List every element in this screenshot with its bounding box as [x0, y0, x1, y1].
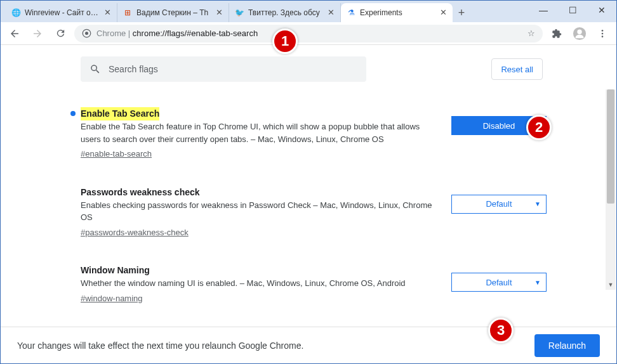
titlebar: 🌐 Winreview - Сайт о W ✕ ⊞ Вадим Стеркин… — [1, 1, 616, 22]
svg-point-1 — [85, 32, 88, 35]
address-bar[interactable]: Chrome | chrome://flags/#enable-tab-sear… — [74, 25, 543, 42]
chevron-down-icon: ▼ — [534, 200, 541, 207]
puzzle-icon — [552, 29, 562, 39]
tab-title: Твиттер. Здесь обсу — [248, 8, 322, 17]
tab-1[interactable]: ⊞ Вадим Стеркин – Th ✕ — [117, 3, 229, 22]
tab-2[interactable]: 🐦 Твиттер. Здесь обсу ✕ — [229, 3, 341, 22]
reload-button[interactable] — [51, 25, 69, 42]
arrow-right-icon — [32, 28, 43, 39]
flag-control: Default ▼ — [451, 186, 559, 239]
windows-icon: ⊞ — [123, 8, 133, 18]
flag-select[interactable]: Default ▼ — [451, 195, 547, 214]
scroll-thumb[interactable] — [607, 89, 614, 204]
close-icon[interactable]: ✕ — [326, 8, 335, 17]
close-icon[interactable]: ✕ — [439, 8, 448, 17]
tab-title: Вадим Стеркин – Th — [136, 8, 211, 17]
search-icon — [90, 63, 101, 75]
tab-0[interactable]: 🌐 Winreview - Сайт о W ✕ — [6, 3, 117, 22]
close-icon[interactable]: ✕ — [103, 8, 112, 17]
relaunch-button[interactable]: Relaunch — [534, 334, 600, 357]
extensions-button[interactable] — [548, 25, 566, 42]
scroll-down-icon[interactable]: ▼ — [606, 280, 616, 290]
new-tab-button[interactable]: + — [453, 3, 470, 22]
profile-button[interactable] — [571, 25, 588, 42]
globe-icon: 🌐 — [11, 8, 21, 18]
search-flags-input[interactable]: Search flags — [81, 56, 366, 82]
flag-hash-link[interactable]: #window-naming — [81, 292, 143, 305]
flag-body: Window Naming Whether the window naming … — [81, 264, 436, 304]
toolbar: Chrome | chrome://flags/#enable-tab-sear… — [1, 22, 616, 45]
flag-select[interactable]: Default ▼ — [451, 273, 547, 292]
vertical-scrollbar[interactable]: ▲ ▼ — [606, 89, 616, 290]
kebab-icon — [597, 29, 607, 39]
minimize-button[interactable]: — — [529, 1, 558, 20]
tab-title: Experiments — [360, 8, 435, 17]
flask-icon: ⚗ — [346, 8, 356, 18]
flag-title: Window Naming — [81, 264, 150, 277]
modified-dot-icon — [70, 111, 76, 116]
arrow-left-icon — [9, 28, 20, 39]
select-value: Default — [486, 278, 512, 287]
search-row: Search flags Reset all — [81, 56, 543, 82]
window-controls: — ☐ ✕ — [529, 1, 616, 20]
content-area: Search flags Reset all Enable Tab Search… — [1, 45, 616, 327]
flag-row: Passwords weakness check Enables checkin… — [81, 186, 600, 239]
flag-desc: Whether the window naming UI is enabled.… — [81, 277, 436, 290]
footer-message: Your changes will take effect the next t… — [17, 341, 303, 351]
relaunch-footer: Your changes will take effect the next t… — [1, 327, 616, 363]
flag-row: Window Naming Whether the window naming … — [81, 264, 600, 304]
select-value: Default — [486, 199, 512, 209]
reset-all-button[interactable]: Reset all — [491, 58, 543, 80]
close-icon[interactable]: ✕ — [215, 8, 223, 17]
flags-scroll[interactable]: Search flags Reset all Enable Tab Search… — [1, 45, 616, 327]
flag-body: Enable Tab Search Enable the Tab Search … — [81, 107, 436, 160]
flag-hash-link[interactable]: #enable-tab-search — [81, 148, 152, 160]
flag-row: Enable Tab Search Enable the Tab Search … — [81, 107, 600, 160]
flag-desc: Enables checking passwords for weakness … — [81, 199, 436, 224]
svg-point-5 — [602, 32, 604, 34]
close-window-button[interactable]: ✕ — [587, 1, 616, 20]
flag-title: Passwords weakness check — [81, 186, 200, 199]
star-icon[interactable]: ☆ — [527, 29, 535, 38]
chrome-icon — [82, 29, 91, 38]
svg-point-6 — [602, 36, 604, 37]
reload-icon — [55, 28, 66, 39]
svg-point-4 — [602, 30, 604, 32]
svg-point-3 — [577, 29, 581, 34]
tab-3-active[interactable]: ⚗ Experiments ✕ — [341, 3, 453, 22]
flag-control: Default ▼ — [451, 264, 559, 304]
annotation-badge-1: 1 — [272, 29, 298, 54]
flag-desc: Enable the Tab Search feature in Top Chr… — [81, 120, 436, 145]
flag-body: Passwords weakness check Enables checkin… — [81, 186, 436, 239]
back-button[interactable] — [6, 25, 23, 42]
twitter-icon: 🐦 — [234, 8, 244, 18]
tab-title: Winreview - Сайт о W — [25, 8, 99, 17]
avatar-icon — [573, 27, 587, 41]
forward-button[interactable] — [29, 25, 46, 42]
select-value: Disabled — [483, 121, 515, 131]
search-placeholder: Search flags — [109, 64, 158, 74]
chevron-down-icon: ▼ — [534, 279, 541, 286]
flag-hash-link[interactable]: #passwords-weakness-check — [81, 226, 189, 239]
url-text: Chrome | chrome://flags/#enable-tab-sear… — [96, 29, 522, 38]
annotation-badge-2: 2 — [526, 115, 552, 140]
annotation-badge-3: 3 — [488, 318, 514, 343]
menu-button[interactable] — [594, 25, 611, 42]
flag-title: Enable Tab Search — [81, 107, 159, 120]
maximize-button[interactable]: ☐ — [558, 1, 587, 20]
